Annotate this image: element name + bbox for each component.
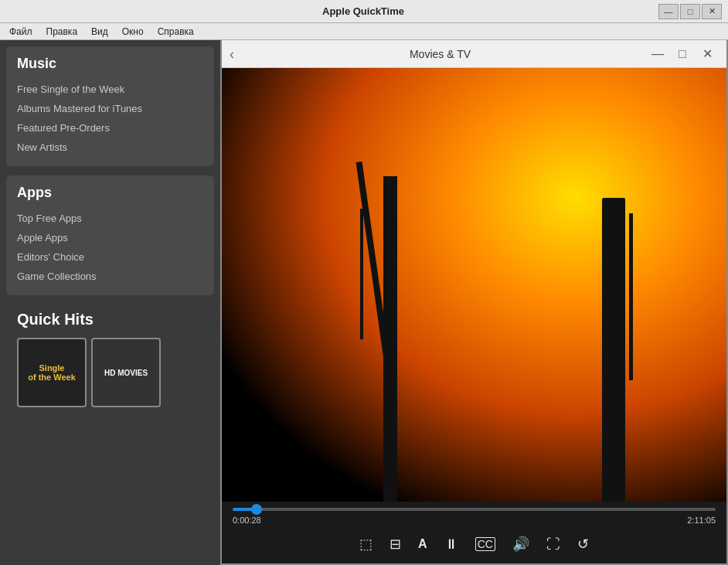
window-controls: — □ ✕: [658, 4, 722, 19]
video-controls: 0:00:28 2:11:05 ⬚ ⊟ A ⏸: [222, 502, 726, 563]
volume-icon: 🔊: [512, 536, 529, 553]
sidebar-link-top-free[interactable]: Top Free Apps: [17, 209, 203, 228]
chapters-button[interactable]: ⊟: [386, 533, 404, 556]
video-panel: ‹ Movies & TV — □ ✕: [220, 40, 728, 565]
time-row: 0:00:28 2:11:05: [233, 516, 716, 525]
progress-bar[interactable]: [233, 506, 716, 512]
captions-font-button[interactable]: A: [415, 534, 430, 554]
sidebar-link-editors-choice[interactable]: Editors' Choice: [17, 247, 203, 267]
silhouette-right: [602, 198, 625, 502]
quick-hits-section: Quick Hits Singleof the Week HD MOVIES: [6, 301, 214, 562]
music-section: Music Free Single of the Week Albums Mas…: [6, 46, 214, 166]
reload-button[interactable]: ↺: [574, 533, 592, 556]
video-minimize-button[interactable]: —: [646, 44, 669, 64]
video-window-title: Movies & TV: [240, 48, 640, 60]
sidebar-link-albums[interactable]: Albums Mastered for iTunes: [17, 99, 203, 118]
pause-icon: ⏸: [444, 536, 458, 553]
thumbnail-hd-text: HD MOVIES: [104, 369, 148, 377]
sidebar-link-apple-apps[interactable]: Apple Apps: [17, 228, 203, 247]
silhouette-left: [383, 176, 397, 502]
pause-button[interactable]: ⏸: [441, 533, 461, 556]
menu-file[interactable]: Файл: [3, 25, 39, 39]
close-button[interactable]: ✕: [702, 4, 722, 19]
app-title: Apple QuickTime: [68, 5, 658, 17]
captions-button[interactable]: CC: [472, 534, 498, 554]
controls-buttons: ⬚ ⊟ A ⏸ CC 🔊: [233, 529, 716, 559]
progress-track: [233, 508, 716, 511]
menu-view[interactable]: Вид: [85, 25, 114, 39]
quick-hits-thumbnails: Singleof the Week HD MOVIES: [17, 338, 203, 407]
music-section-title: Music: [17, 56, 203, 72]
video-frame: [222, 68, 726, 502]
menu-help[interactable]: Справка: [151, 25, 200, 39]
sidebar-link-free-single[interactable]: Free Single of the Week: [17, 80, 203, 99]
quick-hits-title: Quick Hits: [17, 311, 203, 328]
back-button[interactable]: ‹: [230, 47, 234, 61]
captions-font-icon: A: [418, 537, 427, 551]
progress-thumb[interactable]: [251, 504, 262, 515]
loop-button[interactable]: ⬚: [356, 533, 376, 556]
apps-section-title: Apps: [17, 185, 203, 201]
video-win-controls: — □ ✕: [646, 44, 719, 64]
apps-section: Apps Top Free Apps Apple Apps Editors' C…: [6, 175, 214, 295]
video-window: ‹ Movies & TV — □ ✕: [222, 40, 726, 563]
fire-background: [222, 68, 726, 502]
thumbnail-hd-movies[interactable]: HD MOVIES: [91, 338, 161, 407]
chapters-icon: ⊟: [390, 536, 401, 553]
title-bar: Apple QuickTime — □ ✕: [0, 0, 728, 23]
current-time: 0:00:28: [233, 516, 261, 525]
sidebar-link-new-artists[interactable]: New Artists: [17, 138, 203, 157]
loop-icon: ⬚: [359, 536, 373, 553]
captions-icon: CC: [475, 537, 495, 551]
menu-window[interactable]: Окно: [116, 25, 150, 39]
sidebar: Music Free Single of the Week Albums Mas…: [0, 40, 220, 565]
video-close-button[interactable]: ✕: [696, 44, 719, 64]
minimize-button[interactable]: —: [658, 4, 679, 19]
main-content: Music Free Single of the Week Albums Mas…: [0, 40, 728, 565]
video-titlebar: ‹ Movies & TV — □ ✕: [222, 40, 726, 68]
volume-button[interactable]: 🔊: [509, 533, 532, 556]
reload-icon: ↺: [577, 536, 589, 553]
video-maximize-button[interactable]: □: [671, 44, 694, 64]
maximize-button[interactable]: □: [680, 4, 700, 19]
menu-edit[interactable]: Правка: [40, 25, 84, 39]
thumbnail-single-text: Singleof the Week: [25, 360, 79, 385]
thumbnail-single-of-week[interactable]: Singleof the Week: [17, 338, 87, 407]
fullscreen-button[interactable]: ⛶: [543, 533, 563, 556]
sidebar-link-preorders[interactable]: Featured Pre-Orders: [17, 118, 203, 138]
sidebar-link-game-collections[interactable]: Game Collections: [17, 267, 203, 286]
video-content: [222, 68, 726, 502]
total-time: 2:11:05: [687, 516, 716, 525]
menu-bar: Файл Правка Вид Окно Справка: [0, 23, 728, 40]
fullscreen-icon: ⛶: [546, 536, 560, 553]
